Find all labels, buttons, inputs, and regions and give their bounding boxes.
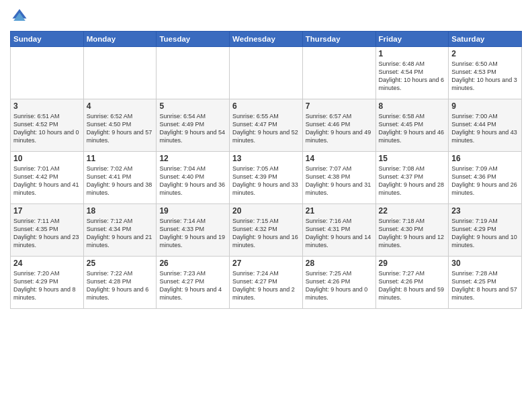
calendar-cell: 21Sunrise: 7:16 AM Sunset: 4:31 PM Dayli…: [302, 204, 375, 257]
calendar-cell: 4Sunrise: 6:52 AM Sunset: 4:50 PM Daylig…: [83, 99, 157, 152]
day-number: 28: [306, 259, 373, 268]
calendar-cell: 27Sunrise: 7:24 AM Sunset: 4:27 PM Dayli…: [230, 257, 303, 309]
day-info: Sunrise: 6:52 AM Sunset: 4:50 PM Dayligh…: [87, 112, 154, 145]
day-info: Sunrise: 7:01 AM Sunset: 4:42 PM Dayligh…: [13, 165, 81, 197]
day-number: 4: [87, 101, 154, 111]
day-info: Sunrise: 7:05 AM Sunset: 4:39 PM Dayligh…: [232, 165, 300, 197]
day-info: Sunrise: 6:58 AM Sunset: 4:45 PM Dayligh…: [379, 112, 446, 145]
day-info: Sunrise: 7:14 AM Sunset: 4:33 PM Dayligh…: [159, 217, 226, 250]
day-info: Sunrise: 6:50 AM Sunset: 4:53 PM Dayligh…: [451, 60, 519, 93]
day-info: Sunrise: 6:54 AM Sunset: 4:49 PM Dayligh…: [159, 112, 226, 145]
day-info: Sunrise: 7:15 AM Sunset: 4:32 PM Dayligh…: [232, 217, 300, 250]
day-info: Sunrise: 6:48 AM Sunset: 4:54 PM Dayligh…: [379, 60, 446, 93]
calendar-cell: 10Sunrise: 7:01 AM Sunset: 4:42 PM Dayli…: [11, 152, 84, 204]
calendar-table: SundayMondayTuesdayWednesdayThursdayFrid…: [10, 31, 522, 309]
calendar-cell: 18Sunrise: 7:12 AM Sunset: 4:34 PM Dayli…: [83, 204, 157, 257]
page: SundayMondayTuesdayWednesdayThursdayFrid…: [0, 0, 532, 411]
calendar-cell: 2Sunrise: 6:50 AM Sunset: 4:53 PM Daylig…: [449, 47, 522, 99]
day-number: 29: [379, 259, 446, 268]
day-number: 13: [232, 154, 300, 163]
day-number: 16: [451, 154, 519, 163]
day-number: 3: [13, 101, 81, 111]
calendar-cell: 29Sunrise: 7:27 AM Sunset: 4:26 PM Dayli…: [375, 257, 449, 309]
logo-icon: [10, 7, 29, 26]
day-number: 21: [306, 206, 373, 216]
calendar-cell: [302, 47, 375, 99]
day-info: Sunrise: 7:00 AM Sunset: 4:44 PM Dayligh…: [451, 112, 519, 145]
day-info: Sunrise: 6:55 AM Sunset: 4:47 PM Dayligh…: [232, 112, 300, 145]
calendar-cell: 12Sunrise: 7:04 AM Sunset: 4:40 PM Dayli…: [157, 152, 230, 204]
day-info: Sunrise: 7:12 AM Sunset: 4:34 PM Dayligh…: [87, 217, 154, 250]
day-info: Sunrise: 7:24 AM Sunset: 4:27 PM Dayligh…: [232, 269, 300, 302]
calendar-body: 1Sunrise: 6:48 AM Sunset: 4:54 PM Daylig…: [11, 47, 522, 309]
day-info: Sunrise: 7:11 AM Sunset: 4:35 PM Dayligh…: [13, 217, 81, 250]
day-number: 11: [87, 154, 154, 163]
weekday-header-sunday: Sunday: [11, 32, 84, 47]
day-number: 27: [232, 259, 300, 268]
header-row: SundayMondayTuesdayWednesdayThursdayFrid…: [11, 32, 522, 47]
day-number: 30: [451, 259, 519, 268]
day-number: 17: [13, 206, 81, 216]
calendar-cell: 17Sunrise: 7:11 AM Sunset: 4:35 PM Dayli…: [11, 204, 84, 257]
calendar-cell: 24Sunrise: 7:20 AM Sunset: 4:29 PM Dayli…: [11, 257, 84, 309]
calendar-cell: 19Sunrise: 7:14 AM Sunset: 4:33 PM Dayli…: [157, 204, 230, 257]
calendar-cell: 16Sunrise: 7:09 AM Sunset: 4:36 PM Dayli…: [449, 152, 522, 204]
day-number: 10: [13, 154, 81, 163]
calendar-cell: [11, 47, 84, 99]
weekday-header-monday: Monday: [83, 32, 157, 47]
day-number: 24: [13, 259, 81, 268]
calendar-cell: 22Sunrise: 7:18 AM Sunset: 4:30 PM Dayli…: [375, 204, 449, 257]
calendar-header: SundayMondayTuesdayWednesdayThursdayFrid…: [11, 32, 522, 47]
day-number: 15: [379, 154, 446, 163]
day-info: Sunrise: 7:19 AM Sunset: 4:29 PM Dayligh…: [451, 217, 519, 250]
weekday-header-thursday: Thursday: [302, 32, 375, 47]
calendar-cell: 6Sunrise: 6:55 AM Sunset: 4:47 PM Daylig…: [230, 99, 303, 152]
calendar-cell: 3Sunrise: 6:51 AM Sunset: 4:52 PM Daylig…: [11, 99, 84, 152]
day-number: 26: [159, 259, 226, 268]
calendar-cell: 15Sunrise: 7:08 AM Sunset: 4:37 PM Dayli…: [375, 152, 449, 204]
day-info: Sunrise: 7:07 AM Sunset: 4:38 PM Dayligh…: [306, 165, 373, 197]
weekday-header-tuesday: Tuesday: [157, 32, 230, 47]
calendar-cell: 30Sunrise: 7:28 AM Sunset: 4:25 PM Dayli…: [449, 257, 522, 309]
day-number: 1: [379, 49, 446, 58]
calendar-cell: 9Sunrise: 7:00 AM Sunset: 4:44 PM Daylig…: [449, 99, 522, 152]
day-info: Sunrise: 7:22 AM Sunset: 4:28 PM Dayligh…: [87, 269, 154, 302]
day-info: Sunrise: 7:25 AM Sunset: 4:26 PM Dayligh…: [306, 269, 373, 302]
day-number: 6: [232, 101, 300, 111]
day-number: 8: [379, 101, 446, 111]
weekday-header-saturday: Saturday: [449, 32, 522, 47]
day-number: 5: [159, 101, 226, 111]
logo: [10, 7, 32, 26]
day-info: Sunrise: 7:23 AM Sunset: 4:27 PM Dayligh…: [159, 269, 226, 302]
calendar-cell: 23Sunrise: 7:19 AM Sunset: 4:29 PM Dayli…: [449, 204, 522, 257]
calendar-cell: 28Sunrise: 7:25 AM Sunset: 4:26 PM Dayli…: [302, 257, 375, 309]
calendar-cell: 5Sunrise: 6:54 AM Sunset: 4:49 PM Daylig…: [157, 99, 230, 152]
day-number: 9: [451, 101, 519, 111]
day-info: Sunrise: 7:27 AM Sunset: 4:26 PM Dayligh…: [379, 269, 446, 302]
day-info: Sunrise: 7:20 AM Sunset: 4:29 PM Dayligh…: [13, 269, 81, 302]
calendar-cell: 7Sunrise: 6:57 AM Sunset: 4:46 PM Daylig…: [302, 99, 375, 152]
calendar-week-3: 10Sunrise: 7:01 AM Sunset: 4:42 PM Dayli…: [11, 152, 522, 204]
calendar-week-5: 24Sunrise: 7:20 AM Sunset: 4:29 PM Dayli…: [11, 257, 522, 309]
day-info: Sunrise: 7:09 AM Sunset: 4:36 PM Dayligh…: [451, 165, 519, 197]
calendar-cell: 20Sunrise: 7:15 AM Sunset: 4:32 PM Dayli…: [230, 204, 303, 257]
day-number: 23: [451, 206, 519, 216]
day-number: 12: [159, 154, 226, 163]
calendar-cell: [83, 47, 157, 99]
calendar-cell: 11Sunrise: 7:02 AM Sunset: 4:41 PM Dayli…: [83, 152, 157, 204]
calendar-week-1: 1Sunrise: 6:48 AM Sunset: 4:54 PM Daylig…: [11, 47, 522, 99]
day-number: 19: [159, 206, 226, 216]
header: [10, 7, 522, 26]
weekday-header-wednesday: Wednesday: [230, 32, 303, 47]
day-number: 2: [451, 49, 519, 58]
calendar-cell: 1Sunrise: 6:48 AM Sunset: 4:54 PM Daylig…: [375, 47, 449, 99]
day-info: Sunrise: 7:02 AM Sunset: 4:41 PM Dayligh…: [87, 165, 154, 197]
calendar-cell: 13Sunrise: 7:05 AM Sunset: 4:39 PM Dayli…: [230, 152, 303, 204]
day-info: Sunrise: 7:08 AM Sunset: 4:37 PM Dayligh…: [379, 165, 446, 197]
day-number: 7: [306, 101, 373, 111]
calendar-cell: [157, 47, 230, 99]
day-number: 20: [232, 206, 300, 216]
calendar-week-2: 3Sunrise: 6:51 AM Sunset: 4:52 PM Daylig…: [11, 99, 522, 152]
calendar-cell: 8Sunrise: 6:58 AM Sunset: 4:45 PM Daylig…: [375, 99, 449, 152]
day-number: 22: [379, 206, 446, 216]
